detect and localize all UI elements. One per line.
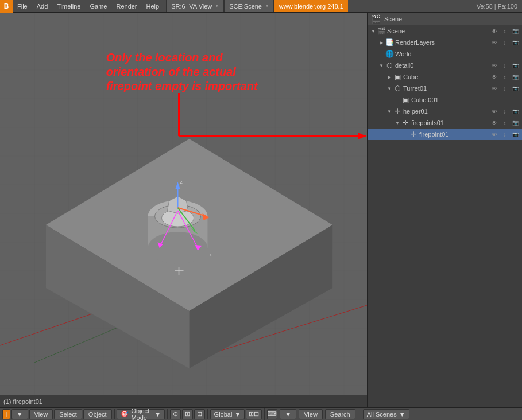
selectability-icon[interactable]: ↕	[500, 130, 509, 139]
menu-timeline[interactable]: Timeline	[52, 0, 85, 12]
render-icon[interactable]: 📷	[511, 118, 520, 127]
item-actions-detail0: 👁↕📷	[490, 61, 520, 70]
render-icon[interactable]: 📷	[511, 61, 520, 70]
visibility-icon[interactable]: 👁	[490, 130, 499, 139]
menu-game[interactable]: Game	[85, 0, 111, 12]
bottom-global-bar: i ▼ View Select Object 🎯 Object Mode ▼ ⊙…	[0, 407, 522, 420]
expand-arrow[interactable]: ▶	[378, 39, 385, 46]
mesh-icon: ▣	[393, 72, 402, 81]
visibility-icon[interactable]: 👁	[490, 107, 499, 116]
outliner-view-button[interactable]: View	[299, 409, 323, 419]
render-icon[interactable]: 📷	[511, 84, 520, 93]
expand-arrow[interactable]: ▼	[370, 28, 377, 34]
global-select[interactable]: Global ▼	[210, 409, 245, 419]
outliner-item-scene[interactable]: ▼🎬Scene👁↕📷	[368, 25, 522, 37]
outliner-item-turret01[interactable]: ▼⬡Turret01👁↕📷	[368, 83, 522, 94]
coord-grid-icons[interactable]: ⊞⊟	[246, 409, 262, 419]
menu-render[interactable]: Render	[111, 0, 141, 12]
selectability-icon[interactable]: ↕	[500, 26, 509, 36]
outliner-item-cube001[interactable]: ▣Cube.001	[368, 94, 522, 106]
all-scenes-select[interactable]: All Scenes ▼	[363, 409, 409, 419]
outliner-item-detail0[interactable]: ▼⬡detail0👁↕📷	[368, 60, 522, 71]
object-menu-button[interactable]: Object	[83, 409, 112, 419]
visibility-icon[interactable]: 👁	[490, 26, 499, 36]
render-icon[interactable]: 📷	[511, 107, 520, 116]
outliner-content[interactable]: ▼🎬Scene👁↕📷▶📑RenderLayers👁↕📷🌐World▼⬡detai…	[368, 25, 522, 407]
blender-icon[interactable]: B	[0, 0, 13, 13]
expand-arrow[interactable]	[378, 50, 385, 57]
outliner-item-renderlayers[interactable]: ▶📑RenderLayers👁↕📷	[368, 37, 522, 48]
viewport-toggle[interactable]: ▼	[11, 409, 28, 419]
empty-icon: ✛	[409, 130, 418, 139]
selectability-icon[interactable]: ↕	[500, 107, 509, 116]
vertex-face-stats: Ve:58 | Fa:100	[477, 3, 517, 10]
tab-va-view[interactable]: SR:6- VA View ×	[166, 0, 224, 12]
visibility-icon[interactable]: 👁	[490, 118, 499, 127]
outliner-title: Scene	[384, 15, 402, 22]
item-label-firepoint01: firepoint01	[419, 131, 490, 138]
snap-icon[interactable]: ⊙	[170, 409, 181, 419]
item-label-turret01: Turret01	[403, 85, 490, 92]
visibility-icon[interactable]: 👁	[490, 61, 499, 70]
item-actions-cube: 👁↕📷	[490, 72, 520, 81]
expand-arrow[interactable]: ▼	[378, 62, 385, 69]
bottom-right-controls: ⌨ ▼ View Search All Scenes ▼	[264, 408, 522, 420]
outliner-item-firepoints01[interactable]: ▼✛firepoints01👁↕📷	[368, 117, 522, 129]
menu-add[interactable]: Add	[32, 0, 53, 12]
expand-arrow[interactable]	[394, 96, 401, 103]
menu-help[interactable]: Help	[142, 0, 164, 12]
render-icon[interactable]: 📷	[511, 38, 520, 47]
item-label-helper01: helper01	[403, 108, 490, 115]
select-menu-button[interactable]: Select	[54, 409, 82, 419]
svg-text:firepoint empty is important: firepoint empty is important	[106, 80, 258, 92]
item-actions-firepoints01: 👁↕📷	[490, 118, 520, 127]
all-scenes-chevron: ▼	[399, 411, 405, 418]
menu-file[interactable]: File	[13, 0, 32, 12]
outliner-toggle[interactable]: ▼	[280, 409, 296, 419]
tab-scene-label: SCE:Scene	[229, 3, 262, 10]
expand-arrow[interactable]: ▼	[386, 108, 393, 115]
tab-scene[interactable]: SCE:Scene ×	[224, 0, 274, 12]
object-mode-label: Object Mode	[131, 407, 152, 421]
selectability-icon[interactable]: ↕	[500, 38, 509, 47]
expand-arrow[interactable]: ▼	[386, 85, 393, 92]
group-icon: ⬡	[385, 61, 394, 70]
viewport-3d[interactable]: x z Only the location and orientation of…	[0, 13, 367, 407]
tab-va-view-close[interactable]: ×	[215, 3, 219, 9]
visibility-icon[interactable]: 👁	[490, 72, 499, 81]
expand-arrow[interactable]	[402, 131, 409, 138]
menu-items: File Add Timeline Game Render Help	[13, 0, 164, 12]
selectability-icon[interactable]: ↕	[500, 118, 509, 127]
scene-icon: 🎬	[377, 26, 386, 36]
item-label-scene: Scene	[387, 28, 490, 34]
outliner-icon-button[interactable]: ⌨	[267, 409, 277, 419]
website-tab[interactable]: www.blender.org 248.1	[274, 0, 348, 12]
render-icon[interactable]: 📷	[511, 26, 520, 36]
icon-group1[interactable]: ⊞	[182, 409, 193, 419]
view-menu-button[interactable]: View	[29, 409, 53, 419]
outliner-item-cube[interactable]: ▶▣Cube👁↕📷	[368, 71, 522, 83]
icon-group2[interactable]: ⊡	[194, 409, 205, 419]
tab-va-view-label: SR:6- VA View	[171, 3, 212, 10]
selectability-icon[interactable]: ↕	[500, 61, 509, 70]
svg-text:Only the location and: Only the location and	[106, 51, 223, 64]
outliner-search-button[interactable]: Search	[325, 409, 355, 419]
item-label-cube: Cube	[403, 73, 490, 80]
tab-scene-close[interactable]: ×	[265, 3, 269, 9]
selectability-icon[interactable]: ↕	[500, 84, 509, 93]
object-mode-select[interactable]: 🎯 Object Mode ▼	[117, 409, 165, 419]
item-actions-helper01: 👁↕📷	[490, 107, 520, 116]
outliner-item-firepoint01[interactable]: ✛firepoint01👁↕📷	[368, 129, 522, 140]
outliner-item-world[interactable]: 🌐World	[368, 48, 522, 60]
expand-arrow[interactable]: ▼	[394, 119, 401, 126]
render-icon[interactable]: 📷	[511, 130, 520, 139]
selectability-icon[interactable]: ↕	[500, 72, 509, 81]
outliner-item-helper01[interactable]: ▼✛helper01👁↕📷	[368, 106, 522, 117]
bottom-left-controls: i ▼ View Select Object 🎯 Object Mode ▼ ⊙…	[0, 408, 264, 420]
viewport-icon-button[interactable]: i	[2, 409, 10, 419]
visibility-icon[interactable]: 👁	[490, 38, 499, 47]
website-label: www.blender.org 248.1	[279, 3, 343, 10]
visibility-icon[interactable]: 👁	[490, 84, 499, 93]
expand-arrow[interactable]: ▶	[386, 73, 393, 80]
render-icon[interactable]: 📷	[511, 72, 520, 81]
